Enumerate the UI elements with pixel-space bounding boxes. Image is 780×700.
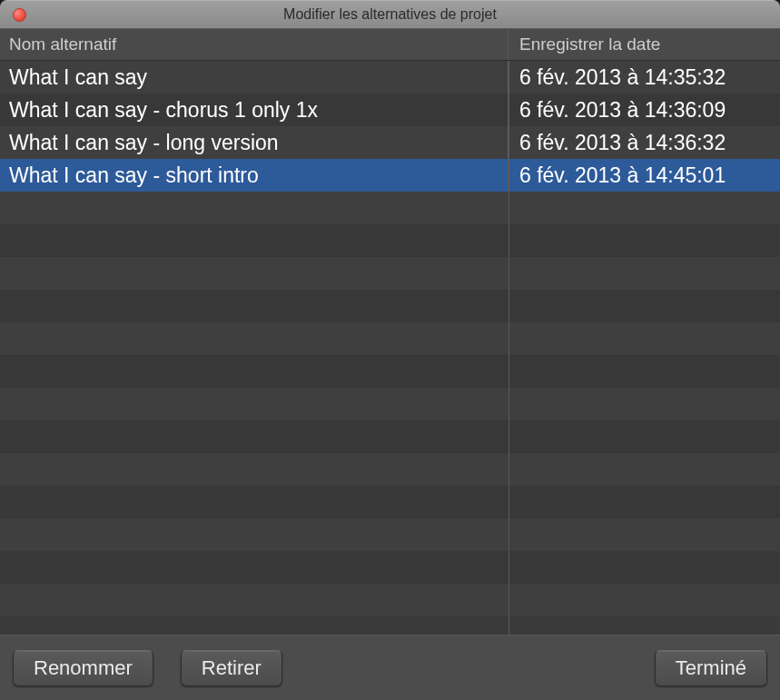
- titlebar: Modifier les alternatives de projet: [0, 0, 780, 29]
- column-header-date[interactable]: Enregistrer la date: [508, 29, 780, 60]
- table-row[interactable]: What I can say6 fév. 2013 à 14:35:32: [0, 61, 780, 94]
- column-header-name[interactable]: Nom alternatif: [0, 29, 508, 60]
- dialog-window: Modifier les alternatives de projet Nom …: [0, 0, 780, 700]
- table-row[interactable]: What I can say - chorus 1 only 1x6 fév. …: [0, 94, 780, 126]
- remove-button[interactable]: Retirer: [181, 650, 282, 686]
- cell-date: 6 fév. 2013 à 14:36:32: [508, 126, 780, 159]
- window-title: Modifier les alternatives de projet: [0, 6, 780, 23]
- cell-name: What I can say - chorus 1 only 1x: [0, 94, 508, 126]
- traffic-lights: [0, 8, 26, 22]
- rename-button[interactable]: Renommer: [13, 650, 153, 686]
- dialog-footer: Renommer Retirer Terminé: [0, 635, 780, 700]
- cell-name: What I can say - long version: [0, 126, 508, 159]
- table-row[interactable]: What I can say - short intro6 fév. 2013 …: [0, 159, 780, 192]
- table-row[interactable]: What I can say - long version6 fév. 2013…: [0, 126, 780, 159]
- cell-date: 6 fév. 2013 à 14:35:32: [508, 61, 780, 94]
- table-header: Nom alternatif Enregistrer la date: [0, 29, 780, 61]
- done-button[interactable]: Terminé: [655, 650, 767, 686]
- cell-date: 6 fév. 2013 à 14:36:09: [508, 94, 780, 126]
- alternatives-list: What I can say6 fév. 2013 à 14:35:32What…: [0, 61, 780, 635]
- cell-name: What I can say - short intro: [0, 159, 508, 192]
- cell-date: 6 fév. 2013 à 14:45:01: [508, 159, 780, 192]
- close-icon[interactable]: [13, 8, 26, 22]
- cell-name: What I can say: [0, 61, 508, 94]
